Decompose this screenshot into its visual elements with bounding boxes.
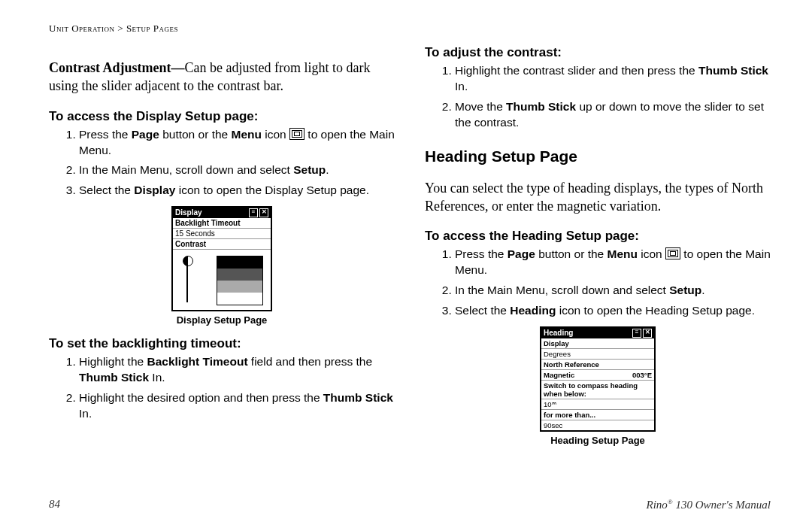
contrast-slider-knob [183,256,193,266]
figure-heading: Heading ≡✕ Display Degrees North Referen… [425,326,771,446]
mini-head-title-icons: ≡✕ [632,329,652,338]
page-number: 84 [49,498,60,511]
mh-r5: Switch to compass heading when below: [541,381,654,399]
mini-head-title: Heading [544,329,573,338]
proc1-step2: In the Main Menu, scroll down and select… [79,162,395,178]
mh-r6: 10ᵐ [541,399,654,410]
menu-icon [289,128,304,140]
heading-setup-body: You can select the type of heading displ… [425,179,771,216]
right-column: To adjust the contrast: Highlight the co… [425,45,771,446]
proc3-step1: Highlight the contrast slider and then p… [455,63,771,95]
page-footer: 84 Rino® 130 Owner's Manual [49,498,771,511]
proc4-step3: Select the Heading icon to open the Head… [455,303,771,319]
mh-r8: 90sec [541,420,654,430]
manual-page: Unit Operation > Setup Pages Contrast Ad… [0,0,812,528]
mh-r3: North Reference [541,360,654,370]
intro-lead: Contrast Adjustment— [49,60,185,75]
figure-heading-caption: Heading Setup Page [425,435,771,446]
proc3-steps: Highlight the contrast slider and then p… [425,63,771,131]
mh-r1: Display [541,338,654,349]
proc2-step2: Highlight the desired option and then pr… [79,390,395,422]
mh-r2: Degrees [541,349,654,360]
proc4-head: To access the Heading Setup page: [425,229,771,244]
proc2-step1: Highlight the Backlight Timeout field an… [79,354,395,386]
mh-r4: Magnetic 003°E [541,370,654,381]
heading-setup-title: Heading Setup Page [425,147,771,165]
display-setup-screenshot: Display ≡✕ Backlight Timeout 15 Seconds … [171,206,272,311]
mini-disp-row2: Contrast [173,239,271,250]
breadcrumb-a: Unit Operation [49,23,115,34]
breadcrumb: Unit Operation > Setup Pages [49,23,771,35]
mini-disp-title: Display [175,208,202,217]
contrast-intro: Contrast Adjustment—Can be adjusted from… [49,59,395,96]
proc4-steps: Press the Page button or the Menu icon t… [425,247,771,319]
menu-icon [665,247,680,259]
heading-setup-screenshot: Heading ≡✕ Display Degrees North Referen… [540,326,656,432]
proc3-step2: Move the Thumb Stick up or down to move … [455,99,771,131]
proc1-steps: Press the Page button or the Menu icon t… [49,127,395,199]
mh-r7: for more than... [541,410,654,420]
mini-disp-body [173,250,271,310]
contrast-gradient [217,256,263,305]
figure-display: Display ≡✕ Backlight Timeout 15 Seconds … [49,206,395,326]
mini-disp-row1v: 15 Seconds [173,229,271,239]
proc4-step2: In the Main Menu, scroll down and select… [455,283,771,299]
proc2-steps: Highlight the Backlight Timeout field an… [49,354,395,422]
breadcrumb-sep: > [117,23,123,34]
proc4-step1: Press the Page button or the Menu icon t… [455,247,771,278]
mini-disp-row1: Backlight Timeout [173,218,271,229]
proc1-head: To access the Display Setup page: [49,109,395,124]
proc3-head: To adjust the contrast: [425,45,771,60]
manual-title: Rino® 130 Owner's Manual [647,498,771,511]
proc2-head: To set the backlighting timeout: [49,336,395,351]
proc1-step3: Select the Display icon to open the Disp… [79,183,395,199]
figure-display-caption: Display Setup Page [49,314,395,326]
breadcrumb-b: Setup Pages [126,23,178,34]
left-column: Contrast Adjustment—Can be adjusted from… [49,45,395,446]
proc1-step1: Press the Page button or the Menu icon t… [79,127,395,159]
mini-disp-title-icons: ≡✕ [249,208,268,217]
